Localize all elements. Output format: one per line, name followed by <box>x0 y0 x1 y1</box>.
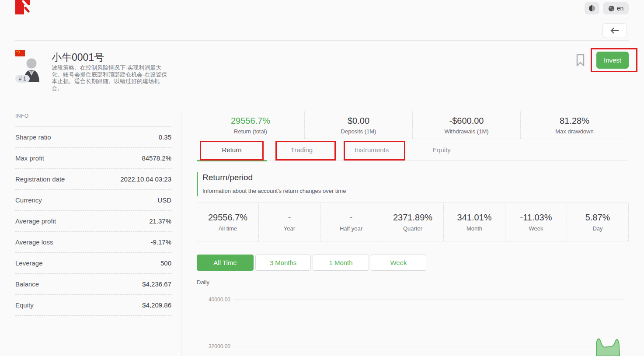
period-label: Year <box>284 225 295 232</box>
account-name: 小牛0001号 <box>52 51 104 64</box>
period-day: 5.87% Day <box>567 203 629 241</box>
period-quarter: 2371.89% Quarter <box>382 203 443 241</box>
info-row-currency: Currency USD <box>15 190 171 211</box>
section-subtitle: Information about the account's return c… <box>202 188 346 194</box>
info-row-sharpe-ratio: Sharpe ratio 0.35 <box>15 127 171 148</box>
chart-frequency-label: Daily <box>197 279 209 286</box>
stat-value: 29556.7% <box>231 116 270 126</box>
info-row-balance: Balance $4,236.67 <box>15 274 171 295</box>
contrast-icon <box>588 5 595 12</box>
info-value: -9.17% <box>150 238 171 246</box>
info-row-average-profit: Average profit 21.37% <box>15 211 171 232</box>
period-value: - <box>350 213 353 223</box>
tabbar: Return Trading Instruments Equity <box>197 139 628 161</box>
tab-equity[interactable]: Equity <box>407 139 477 161</box>
y-axis-tick: 40000.00 <box>188 297 230 303</box>
info-label: Balance <box>15 280 39 288</box>
stat-withdrawals: -$600.00 Withdrawals (1M) <box>412 112 520 139</box>
info-row-registration-date: Registration date 2022.10.04 03:23 <box>15 169 171 190</box>
info-value: 2022.10.04 03:23 <box>120 175 171 183</box>
period-week: -11.03% Week <box>505 203 567 241</box>
period-value: - <box>288 213 291 223</box>
info-value: 21.37% <box>149 217 171 225</box>
stat-max-drawdown: 81.28% Max drawdown <box>520 112 628 139</box>
china-flag-icon <box>15 50 25 56</box>
range-buttons: All Time 3 Months 1 Month Week <box>197 255 426 271</box>
stat-label: Return (total) <box>234 128 267 135</box>
stat-value: -$600.00 <box>449 116 484 126</box>
language-label: en <box>617 5 624 12</box>
info-label: Registration date <box>15 175 65 183</box>
tab-trading[interactable]: Trading <box>267 139 337 161</box>
info-label: Leverage <box>15 259 43 267</box>
period-value: 29556.7% <box>208 213 247 223</box>
tab-return[interactable]: Return <box>197 139 267 161</box>
period-all-time: 29556.7% All time <box>197 203 258 241</box>
period-value: 2371.89% <box>393 213 432 223</box>
stat-label: Deposits (1M) <box>341 128 376 135</box>
period-stats: 29556.7% All time - Year - Half year 237… <box>197 203 629 241</box>
globe-icon <box>608 5 615 12</box>
period-value: 5.87% <box>585 213 610 223</box>
section-title: Return/period <box>202 173 253 182</box>
stat-value: 81.28% <box>560 116 589 126</box>
arrow-left-icon <box>610 28 619 34</box>
info-label: Equity <box>15 301 34 309</box>
info-label: Max profit <box>15 154 44 162</box>
period-label: Week <box>529 225 543 232</box>
info-row-average-loss: Average loss -9.17% <box>15 232 171 253</box>
info-row-equity: Equity $4,209.86 <box>15 295 171 316</box>
gridline <box>234 299 624 300</box>
stat-label: Max drawdown <box>555 128 593 135</box>
info-value: 0.35 <box>159 133 171 141</box>
gridline <box>234 346 624 346</box>
info-row-leverage: Leverage 500 <box>15 253 171 274</box>
period-label: All time <box>219 225 237 232</box>
y-axis-tick: 32000.00 <box>188 343 230 349</box>
period-label: Quarter <box>403 225 422 232</box>
info-value: USD <box>157 196 171 204</box>
info-label: Sharpe ratio <box>15 133 51 141</box>
stat-label: Withdrawals (1M) <box>444 128 488 135</box>
back-button[interactable] <box>602 23 627 38</box>
panel-divider <box>181 112 181 356</box>
info-label: Average loss <box>15 238 53 246</box>
info-row-max-profit: Max profit 84578.2% <box>15 148 171 169</box>
info-value: $4,209.86 <box>142 301 171 309</box>
tab-instruments[interactable]: Instruments <box>337 139 407 161</box>
info-label: Currency <box>15 196 42 204</box>
period-label: Month <box>466 225 482 232</box>
period-label: Half year <box>340 225 362 232</box>
account-description: 波段策略。在控制风险情况下·实现利润最大化。账号会抓住底部和顶部建仓机会·在设置… <box>52 64 170 91</box>
period-value: 341.01% <box>457 213 492 223</box>
period-month: 341.01% Month <box>443 203 505 241</box>
account-page: en # 1 小牛0001号 波段策略。在控制风险情况下·实现利润最大化。账号会… <box>0 0 644 356</box>
bookmark-icon[interactable] <box>576 54 585 66</box>
period-value: -11.03% <box>520 213 552 223</box>
info-value: $4,236.67 <box>142 280 171 288</box>
period-half-year: - Half year <box>320 203 382 241</box>
rank-badge: # 1 <box>15 75 30 83</box>
area-chart-series <box>594 337 623 356</box>
header-divider <box>15 20 629 20</box>
info-value: 500 <box>160 259 171 267</box>
range-3-months-button[interactable]: 3 Months <box>255 255 311 271</box>
theme-toggle-button[interactable] <box>585 2 599 14</box>
period-label: Day <box>592 225 602 232</box>
info-value: 84578.2% <box>142 154 171 162</box>
info-panel-title: INFO <box>15 113 29 119</box>
language-button[interactable]: en <box>603 2 629 14</box>
stat-return-total: 29556.7% Return (total) <box>197 112 304 139</box>
stat-deposits: $0.00 Deposits (1M) <box>304 112 412 139</box>
range-week-button[interactable]: Week <box>371 255 426 271</box>
range-1-month-button[interactable]: 1 Month <box>313 255 369 271</box>
subheader-divider <box>15 40 629 41</box>
info-label: Average profit <box>15 217 56 225</box>
summary-stats: 29556.7% Return (total) $0.00 Deposits (… <box>197 112 628 139</box>
brand-logo-icon[interactable] <box>15 0 30 14</box>
range-all-time-button[interactable]: All Time <box>197 255 254 271</box>
period-year: - Year <box>258 203 320 241</box>
section-accent-bar <box>197 172 198 196</box>
invest-button[interactable]: Invest <box>596 52 629 69</box>
stat-value: $0.00 <box>348 116 369 126</box>
